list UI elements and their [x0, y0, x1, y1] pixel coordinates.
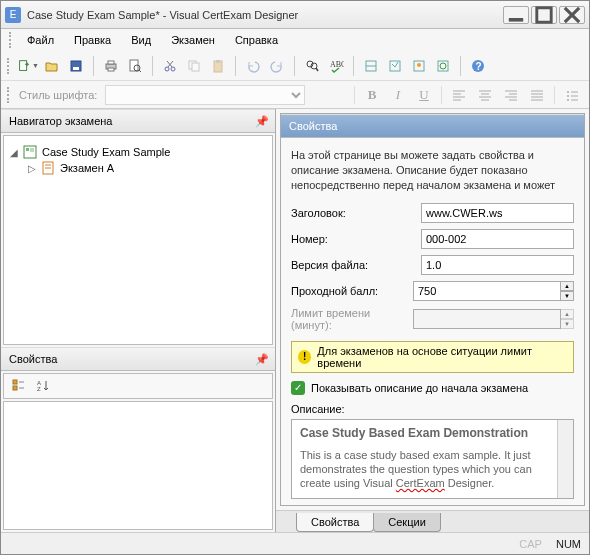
close-button[interactable] — [559, 6, 585, 24]
app-icon: E — [5, 7, 21, 23]
menu-file[interactable]: Файл — [17, 32, 64, 48]
navigator-header: Навигатор экзамена 📌 — [1, 109, 275, 133]
svg-rect-57 — [26, 148, 29, 151]
svg-line-15 — [168, 61, 173, 67]
bullets-button[interactable] — [561, 84, 583, 106]
tab-sections[interactable]: Секции — [373, 513, 440, 532]
svg-point-50 — [567, 91, 569, 93]
svg-rect-27 — [390, 61, 400, 71]
svg-rect-6 — [73, 67, 79, 70]
style-toolbar: Стиль шрифта: B I U — [1, 81, 589, 109]
navigator-title: Навигатор экзамена — [9, 115, 113, 127]
svg-rect-56 — [24, 146, 36, 158]
pin-icon[interactable]: 📌 — [255, 353, 269, 366]
svg-text:?: ? — [476, 61, 482, 72]
checkbox-checked-icon[interactable]: ✓ — [291, 381, 305, 395]
categorized-button[interactable] — [8, 375, 30, 397]
font-style-label: Стиль шрифта: — [19, 89, 97, 101]
undo-button[interactable] — [242, 55, 264, 77]
tree-child[interactable]: ▷ Экзамен A — [8, 160, 268, 176]
menu-edit[interactable]: Правка — [64, 32, 121, 48]
pass-label: Проходной балл: — [291, 285, 413, 297]
tree-root[interactable]: ◢ Case Study Exam Sample — [8, 144, 268, 160]
maximize-button[interactable] — [531, 6, 557, 24]
svg-rect-9 — [108, 68, 114, 71]
chevron-up-icon[interactable]: ▲ — [560, 281, 574, 291]
svg-point-31 — [440, 63, 446, 69]
bold-button[interactable]: B — [361, 84, 383, 106]
limit-spinner: ▲▼ — [560, 309, 574, 329]
pass-input[interactable] — [413, 281, 561, 301]
info-text: Для экзаменов на основе ситуации лимит в… — [317, 345, 567, 369]
copy-button[interactable] — [183, 55, 205, 77]
left-props-title: Свойства — [9, 353, 57, 365]
menu-help[interactable]: Справка — [225, 32, 288, 48]
expand-icon[interactable]: ▷ — [26, 163, 38, 174]
warning-icon: ! — [298, 350, 311, 364]
chevron-up-icon: ▲ — [560, 309, 574, 319]
svg-rect-18 — [192, 63, 199, 71]
svg-line-16 — [167, 61, 172, 67]
alphabetical-button[interactable]: AZ — [32, 375, 54, 397]
align-right-button[interactable] — [500, 84, 522, 106]
cut-button[interactable] — [159, 55, 181, 77]
save-button[interactable] — [65, 55, 87, 77]
tool1-button[interactable] — [360, 55, 382, 77]
tree-child-label[interactable]: Экзамен A — [60, 162, 114, 174]
menu-grip[interactable] — [9, 32, 13, 48]
open-button[interactable] — [41, 55, 63, 77]
menu-exam[interactable]: Экзамен — [161, 32, 225, 48]
svg-rect-63 — [13, 380, 17, 384]
collapse-icon[interactable]: ◢ — [8, 147, 20, 158]
menubar: Файл Правка Вид Экзамен Справка — [1, 29, 589, 51]
find-button[interactable] — [301, 55, 323, 77]
app-window: E Case Study Exam Sample* - Visual CertE… — [0, 0, 590, 555]
tool4-button[interactable] — [432, 55, 454, 77]
pass-spinner[interactable]: ▲▼ — [560, 281, 574, 301]
minimize-button[interactable] — [503, 6, 529, 24]
print-button[interactable] — [100, 55, 122, 77]
new-button[interactable]: ▼ — [17, 55, 39, 77]
scrollbar[interactable] — [557, 420, 573, 498]
style-grip[interactable] — [7, 87, 11, 103]
tool2-button[interactable] — [384, 55, 406, 77]
toolbar-grip[interactable] — [7, 58, 11, 74]
number-label: Номер: — [291, 233, 421, 245]
pin-icon[interactable]: 📌 — [255, 115, 269, 128]
align-justify-button[interactable] — [526, 84, 548, 106]
svg-rect-64 — [13, 386, 17, 390]
title-input[interactable] — [421, 203, 574, 223]
title-label: Заголовок: — [291, 207, 421, 219]
italic-button[interactable]: I — [387, 84, 409, 106]
spellcheck-button[interactable]: ABC — [325, 55, 347, 77]
description-editor[interactable]: Case Study Based Exam Demonstration This… — [292, 420, 557, 498]
exam-tree[interactable]: ◢ Case Study Exam Sample ▷ Экзамен A — [3, 135, 273, 345]
font-style-combo[interactable] — [105, 85, 305, 105]
left-pane: Навигатор экзамена 📌 ◢ Case Study Exam S… — [1, 109, 276, 532]
tool3-button[interactable] — [408, 55, 430, 77]
paste-button[interactable] — [207, 55, 229, 77]
props-grid[interactable] — [3, 401, 273, 530]
status-num: NUM — [556, 538, 581, 550]
redo-button[interactable] — [266, 55, 288, 77]
svg-point-29 — [417, 63, 421, 67]
align-left-button[interactable] — [448, 84, 470, 106]
chevron-down-icon[interactable]: ▼ — [560, 291, 574, 301]
statusbar: CAP NUM — [1, 532, 589, 554]
right-pane: Свойства На этой странице вы можете зада… — [276, 109, 589, 532]
tab-properties[interactable]: Свойства — [296, 513, 374, 532]
left-props-header: Свойства 📌 — [1, 347, 275, 371]
print-preview-button[interactable] — [124, 55, 146, 77]
exam-icon — [41, 161, 57, 175]
underline-button[interactable]: U — [413, 84, 435, 106]
tree-root-label[interactable]: Case Study Exam Sample — [42, 146, 170, 158]
help-button[interactable]: ? — [467, 55, 489, 77]
menu-view[interactable]: Вид — [121, 32, 161, 48]
desc-body: This is a case study based exam sample. … — [300, 448, 549, 491]
align-center-button[interactable] — [474, 84, 496, 106]
desc-heading: Case Study Based Exam Demonstration — [300, 426, 549, 440]
number-input[interactable] — [421, 229, 574, 249]
svg-rect-1 — [537, 7, 551, 21]
version-input[interactable] — [421, 255, 574, 275]
show-desc-checkbox-row[interactable]: ✓ Показывать описание до начала экзамена — [291, 381, 574, 395]
